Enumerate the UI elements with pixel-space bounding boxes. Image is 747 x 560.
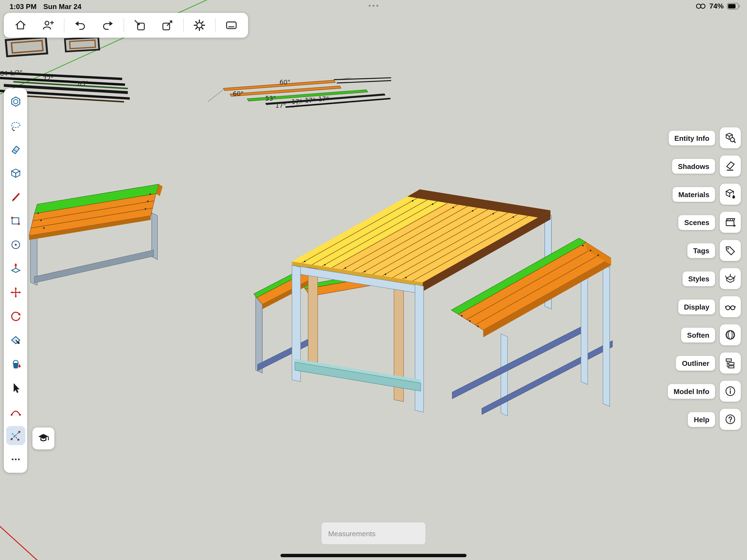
rotate-icon <box>9 310 22 322</box>
info-icon <box>724 385 736 397</box>
top-toolbar <box>4 13 248 38</box>
pencil-icon <box>9 191 22 203</box>
home-icon <box>14 19 27 32</box>
right-bench-model[interactable] <box>451 238 613 416</box>
question-icon <box>724 413 736 426</box>
glasses-icon <box>724 301 736 313</box>
shadows-icon <box>724 160 736 172</box>
toolbar-divider <box>183 18 184 32</box>
push-pull-icon <box>9 262 22 275</box>
more-icon <box>9 453 22 465</box>
undo-button[interactable] <box>66 15 94 36</box>
frame-models[interactable] <box>6 37 99 56</box>
clock: 1:03 PM <box>9 2 36 11</box>
tape-measure-icon <box>9 429 22 441</box>
entity-info-button[interactable] <box>720 127 741 149</box>
rectangle-icon <box>9 215 22 227</box>
panel-row-entity-info: Entity Info <box>669 127 741 149</box>
tool-components[interactable] <box>6 92 25 111</box>
multitask-dots-icon[interactable] <box>369 5 379 6</box>
tool-rectangle[interactable] <box>6 211 25 230</box>
panel-row-soften: Soften <box>681 324 741 345</box>
standalone-bench-model[interactable] <box>29 184 162 285</box>
add-collaborator-button[interactable] <box>34 15 62 36</box>
display-button[interactable] <box>720 296 741 317</box>
arc-icon <box>9 406 22 418</box>
tool-push-pull[interactable] <box>6 259 25 278</box>
redo-button[interactable] <box>94 15 122 36</box>
tool-more[interactable] <box>6 450 25 469</box>
shadows-button[interactable] <box>720 156 741 177</box>
dimension-label: 17" <box>318 96 329 103</box>
tool-circle[interactable] <box>6 235 25 254</box>
tool-move[interactable] <box>6 283 25 302</box>
redo-icon <box>101 19 114 32</box>
soften-button[interactable] <box>720 324 741 345</box>
tool-pencil[interactable] <box>6 187 25 207</box>
help-label: Help <box>688 412 715 427</box>
display-label: Display <box>678 299 715 314</box>
viewport-canvas[interactable]: 64 1/2" 72" 85" 60" 60" 53" 17" 17" 17" … <box>0 0 747 560</box>
panel-row-tags: Tags <box>687 240 741 261</box>
tool-section-plane[interactable] <box>6 331 25 350</box>
tool-paint-bucket[interactable] <box>6 354 25 374</box>
eraser-icon <box>9 143 22 155</box>
dimension-label: 17" <box>275 102 286 109</box>
paint-bucket-icon <box>9 358 22 370</box>
dimension-label: 60" <box>279 79 290 86</box>
toolbar-divider <box>64 18 65 32</box>
section-plane-icon <box>9 334 22 346</box>
tool-palette <box>4 88 27 473</box>
globe-icon <box>724 329 736 341</box>
tool-rotate[interactable] <box>6 307 25 326</box>
tool-eraser[interactable] <box>6 140 25 159</box>
toolbar-divider <box>215 18 216 32</box>
scenes-button[interactable] <box>720 212 741 233</box>
scenes-label: Scenes <box>679 215 715 230</box>
tool-select[interactable] <box>6 378 25 397</box>
share-export-button[interactable] <box>154 15 181 36</box>
styles-icon <box>724 272 736 285</box>
dimension-label: 85" <box>77 80 88 87</box>
settings-button[interactable] <box>186 15 213 36</box>
scenes-icon <box>724 216 736 228</box>
circle-icon <box>9 238 22 251</box>
undo-icon <box>74 19 87 32</box>
home-indicator[interactable] <box>281 554 466 557</box>
help-button[interactable] <box>720 409 741 430</box>
panel-row-help: Help <box>688 409 741 430</box>
outliner-button[interactable] <box>720 353 741 374</box>
model-info-button[interactable] <box>720 381 741 402</box>
components-icon <box>9 96 22 108</box>
cursor-icon <box>9 382 22 394</box>
flat-layout[interactable]: 60" 60" 53" 17" 17" 17" 17" <box>208 77 391 109</box>
inspector-panel: Entity Info Shadows Materials <box>668 127 741 430</box>
tool-lasso-select[interactable] <box>6 116 25 135</box>
tool-tape-measure[interactable] <box>6 426 25 445</box>
gear-icon <box>193 19 206 32</box>
tags-label: Tags <box>687 243 715 258</box>
home-button[interactable] <box>6 15 34 36</box>
styles-button[interactable] <box>720 268 741 289</box>
insert-model-button[interactable] <box>126 15 154 36</box>
panel-row-materials: Materials <box>673 184 741 205</box>
export-icon <box>161 19 174 32</box>
tool-solid[interactable] <box>6 163 25 183</box>
app-screen: 64 1/2" 72" 85" 60" 60" 53" 17" 17" 17" … <box>0 0 747 560</box>
styles-label: Styles <box>682 271 715 286</box>
canvas-display-button[interactable] <box>217 15 245 36</box>
measurements-input[interactable]: Measurements <box>321 522 426 544</box>
outliner-label: Outliner <box>676 356 715 371</box>
dimension-label: 17" <box>305 97 315 104</box>
instructor-button[interactable] <box>32 427 54 449</box>
tablet-icon <box>225 19 238 32</box>
soften-label: Soften <box>681 328 715 342</box>
panel-row-display: Display <box>678 296 741 317</box>
materials-button[interactable] <box>720 184 741 205</box>
battery-percent: 74% <box>709 2 723 10</box>
dimension-label: 53" <box>265 95 276 102</box>
battery-icon <box>727 3 741 9</box>
tags-button[interactable] <box>720 240 741 261</box>
lasso-icon <box>9 119 22 131</box>
tool-two-point-arc[interactable] <box>6 402 25 422</box>
